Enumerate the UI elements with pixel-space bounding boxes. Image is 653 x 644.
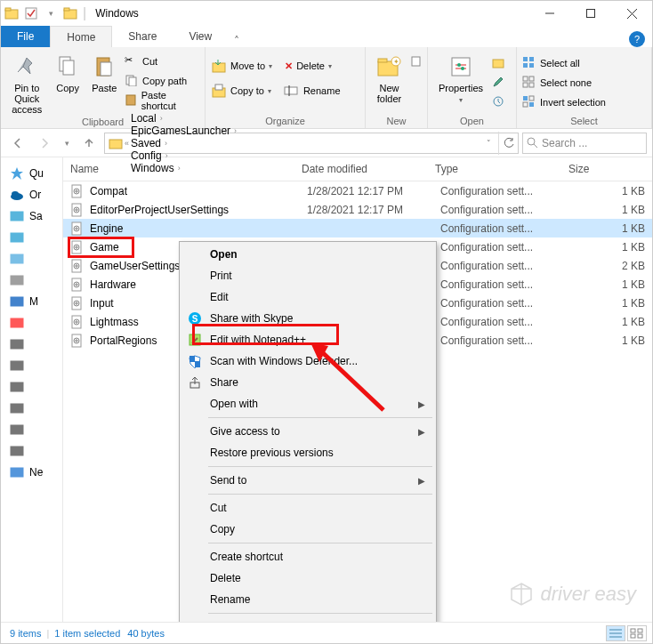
- context-menu-item[interactable]: SShare with Skype: [181, 308, 434, 329]
- delete-button[interactable]: ✕Delete▾: [285, 56, 332, 76]
- context-menu-item[interactable]: Share: [181, 372, 434, 393]
- ribbon-collapse-button[interactable]: ˄: [228, 35, 246, 47]
- column-headers[interactable]: Name Date modified Type Size: [63, 157, 652, 181]
- nav-item[interactable]: [1, 270, 62, 291]
- paste-shortcut-button[interactable]: Paste shortcut: [125, 92, 199, 109]
- nav-item[interactable]: [1, 419, 62, 440]
- status-selected: 1 item selected: [54, 628, 120, 639]
- nav-item[interactable]: [1, 440, 62, 462]
- nav-item[interactable]: [1, 398, 62, 419]
- context-menu-item[interactable]: Edit: [181, 286, 434, 308]
- nav-back-button[interactable]: [6, 132, 29, 155]
- invert-selection-button[interactable]: Invert selection: [522, 93, 606, 111]
- svg-rect-84: [195, 361, 200, 367]
- nav-item[interactable]: [1, 355, 62, 376]
- thumb-view-button[interactable]: [627, 625, 647, 641]
- context-menu-item[interactable]: Rename: [181, 589, 434, 610]
- help-button[interactable]: ?: [629, 31, 645, 47]
- new-folder-button[interactable]: ✦ New folder: [371, 51, 407, 104]
- navigation-pane[interactable]: QuOrSaMNe: [1, 157, 63, 622]
- nav-item[interactable]: [1, 376, 62, 398]
- file-row[interactable]: EditorPerProjectUserSettings1/28/2021 12…: [63, 200, 652, 219]
- move-to-button[interactable]: Move to▾: [211, 56, 272, 76]
- nav-item[interactable]: Ne: [1, 462, 62, 483]
- nav-forward-button[interactable]: [33, 132, 56, 155]
- svg-rect-33: [523, 63, 528, 68]
- file-row[interactable]: Compat1/28/2021 12:17 PMConfiguration se…: [63, 181, 652, 200]
- refresh-button[interactable]: [498, 132, 518, 155]
- history-button[interactable]: [492, 93, 506, 111]
- context-menu-item[interactable]: Open with▶: [181, 393, 434, 415]
- properties-button[interactable]: Properties▾: [433, 51, 488, 106]
- copy-button[interactable]: Copy: [52, 51, 85, 93]
- nav-up-button[interactable]: [77, 132, 101, 155]
- file-icon: [70, 259, 85, 273]
- svg-rect-94: [638, 634, 642, 638]
- file-row[interactable]: EngineConfiguration sett...1 KB: [63, 219, 652, 237]
- copy-to-button[interactable]: Copy to▾: [211, 81, 271, 101]
- context-menu-item[interactable]: Print: [181, 265, 434, 286]
- nav-item[interactable]: [1, 334, 62, 355]
- file-icon: [70, 184, 85, 198]
- nav-item[interactable]: M: [1, 291, 62, 312]
- context-menu-item[interactable]: Restore previous versions: [181, 442, 434, 463]
- open-icon: [492, 56, 506, 70]
- nav-item[interactable]: [1, 312, 62, 334]
- context-menu-item[interactable]: Delete: [181, 568, 434, 589]
- pin-to-quick-access-button[interactable]: Pin to Quick access: [6, 51, 48, 115]
- tab-share[interactable]: Share: [112, 26, 173, 47]
- svg-rect-38: [529, 83, 534, 87]
- context-menu-item[interactable]: Copy: [181, 519, 434, 540]
- nav-item[interactable]: [1, 248, 62, 270]
- context-menu-item[interactable]: Send to▶: [181, 470, 434, 491]
- path-dropdown-button[interactable]: ˅: [479, 132, 498, 155]
- scissors-icon: ✂: [125, 54, 139, 68]
- context-menu-item[interactable]: Edit with Notepad++: [181, 329, 434, 350]
- copy-path-button[interactable]: Copy path: [125, 72, 199, 90]
- notepad-icon: [187, 332, 203, 348]
- breadcrumb-bar[interactable]: « Local›EpicGamesLauncher›Saved›Config›W…: [104, 133, 519, 154]
- context-menu-item[interactable]: Create shortcut: [181, 546, 434, 568]
- nav-item[interactable]: Sa: [1, 205, 62, 227]
- svg-rect-55: [11, 340, 23, 349]
- details-view-button[interactable]: [606, 625, 625, 641]
- breadcrumb-segment[interactable]: Local›: [131, 112, 237, 125]
- context-menu-item[interactable]: Scan with Windows Defender...: [181, 350, 434, 372]
- column-type[interactable]: Type: [428, 157, 561, 181]
- watermark: driver easy: [508, 581, 636, 608]
- edit-button[interactable]: [492, 74, 506, 92]
- close-button[interactable]: [611, 1, 652, 26]
- context-menu-item[interactable]: Cut: [181, 497, 434, 519]
- qat-checkbox-icon[interactable]: [24, 6, 38, 20]
- column-name[interactable]: Name: [63, 157, 294, 181]
- column-size[interactable]: Size: [561, 157, 633, 181]
- nav-history-dropdown[interactable]: ▾: [60, 132, 74, 155]
- cut-button[interactable]: ✂Cut: [125, 52, 199, 70]
- tab-view[interactable]: View: [173, 26, 228, 47]
- paste-button[interactable]: Paste: [88, 51, 121, 93]
- select-all-button[interactable]: Select all: [522, 54, 606, 72]
- tab-file[interactable]: File: [1, 26, 50, 47]
- nav-item[interactable]: Qu: [1, 163, 62, 184]
- svg-rect-42: [529, 102, 534, 107]
- new-item-dropdown[interactable]: [411, 51, 422, 67]
- nav-item[interactable]: Or: [1, 184, 62, 205]
- open-button[interactable]: [492, 54, 506, 72]
- search-input[interactable]: Search ...: [522, 133, 647, 154]
- column-date[interactable]: Date modified: [294, 157, 428, 181]
- context-menu-item[interactable]: Open: [181, 244, 434, 265]
- svg-point-27: [457, 63, 461, 67]
- nav-item[interactable]: [1, 227, 62, 248]
- minimize-button[interactable]: [529, 1, 570, 26]
- file-icon: [70, 315, 85, 329]
- tab-home[interactable]: Home: [50, 26, 112, 47]
- file-icon: [70, 334, 85, 348]
- select-none-button[interactable]: Select none: [522, 74, 606, 92]
- maximize-button[interactable]: [570, 1, 611, 26]
- rename-button[interactable]: Rename: [284, 81, 341, 101]
- breadcrumb-segment[interactable]: EpicGamesLauncher›: [131, 125, 237, 137]
- breadcrumb-segment[interactable]: Saved›: [131, 137, 237, 149]
- quick-access-toolbar: ▾ |: [1, 1, 86, 26]
- qat-dropdown-icon[interactable]: ▾: [44, 6, 58, 20]
- context-menu-item[interactable]: Give access to▶: [181, 421, 434, 442]
